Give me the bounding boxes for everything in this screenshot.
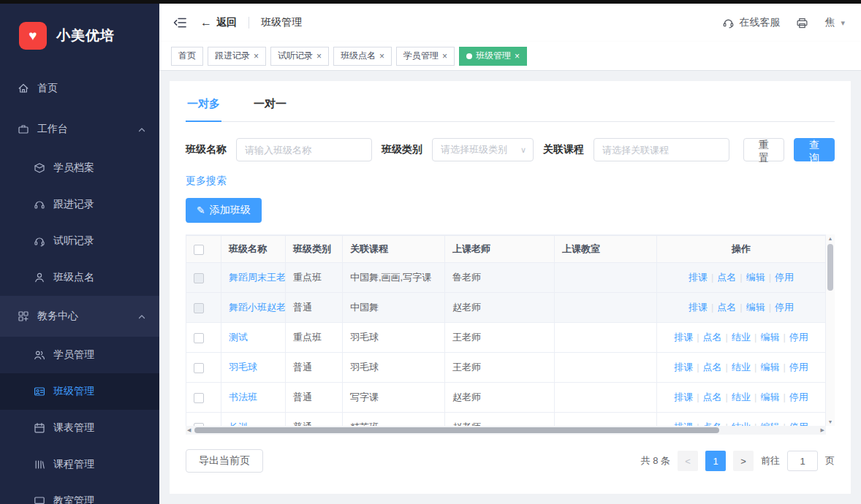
tag-home[interactable]: 首页 bbox=[171, 47, 203, 66]
action-schedule[interactable]: 排课 bbox=[674, 392, 693, 402]
row-checkbox[interactable] bbox=[194, 363, 204, 373]
action-disable[interactable]: 停用 bbox=[789, 332, 808, 343]
current-page-button[interactable]: 1 bbox=[705, 451, 726, 471]
select-all-checkbox[interactable] bbox=[194, 245, 204, 255]
scroll-up-icon[interactable]: ▲ bbox=[826, 236, 835, 241]
action-disable[interactable]: 停用 bbox=[775, 302, 794, 313]
mode-tabs: 一对多 一对一 bbox=[186, 94, 835, 122]
action-rollcall[interactable]: 点名 bbox=[717, 272, 736, 283]
sidebar-item-label: 班级管理 bbox=[53, 385, 94, 398]
horizontal-scrollbar-thumb[interactable] bbox=[194, 427, 719, 433]
printer-icon[interactable] bbox=[796, 17, 808, 29]
action-schedule[interactable]: 排课 bbox=[689, 302, 708, 313]
action-rollcall[interactable]: 点名 bbox=[703, 362, 722, 373]
back-label: 返回 bbox=[216, 16, 237, 29]
tag-class-management[interactable]: 班级管理× bbox=[459, 47, 527, 66]
close-icon[interactable]: × bbox=[254, 51, 259, 61]
add-class-button[interactable]: ✎ 添加班级 bbox=[186, 198, 262, 223]
sidebar-item-trial-records[interactable]: 试听记录 bbox=[0, 223, 159, 259]
class-name-input[interactable] bbox=[236, 138, 372, 161]
vertical-scrollbar-thumb[interactable] bbox=[827, 244, 833, 291]
divider bbox=[249, 17, 249, 28]
action-graduate[interactable]: 结业 bbox=[732, 362, 751, 373]
back-button[interactable]: ← 返回 bbox=[200, 16, 237, 29]
action-graduate[interactable]: 结业 bbox=[732, 392, 751, 402]
online-support-button[interactable]: 在线客服 bbox=[722, 16, 780, 29]
tab-one-to-one[interactable]: 一对一 bbox=[252, 94, 288, 121]
sidebar-item-academic-center[interactable]: 教务中心 bbox=[0, 296, 159, 337]
scroll-down-icon[interactable]: ▼ bbox=[826, 419, 835, 424]
tags-bar: 首页 跟进记录× 试听记录× 班级点名× 学员管理× 班级管理× bbox=[159, 42, 861, 71]
action-rollcall[interactable]: 点名 bbox=[703, 392, 722, 402]
prev-page-button[interactable]: < bbox=[678, 451, 698, 471]
action-edit[interactable]: 编辑 bbox=[760, 332, 779, 343]
related-course-input[interactable] bbox=[593, 138, 729, 161]
reset-button[interactable]: 重置 bbox=[743, 138, 784, 161]
tag-class-rollcall[interactable]: 班级点名× bbox=[333, 47, 392, 66]
row-checkbox[interactable] bbox=[194, 393, 204, 403]
action-disable[interactable]: 停用 bbox=[775, 272, 794, 283]
action-edit[interactable]: 编辑 bbox=[760, 392, 779, 402]
close-icon[interactable]: × bbox=[379, 51, 384, 61]
table-row: 测试 重点班 羽毛球 王老师 排课|点名|结业|编辑|停用 bbox=[186, 323, 826, 353]
export-page-button[interactable]: 导出当前页 bbox=[186, 449, 263, 473]
class-name-link[interactable]: 书法班 bbox=[229, 392, 257, 402]
action-graduate[interactable]: 结业 bbox=[732, 332, 751, 343]
class-name-link[interactable]: 羽毛球 bbox=[229, 362, 257, 373]
sidebar-item-label: 学员管理 bbox=[53, 348, 94, 362]
pencil-icon: ✎ bbox=[197, 205, 205, 216]
sidebar-item-student-archive[interactable]: 学员档案 bbox=[0, 150, 159, 186]
goto-unit: 页 bbox=[825, 454, 835, 467]
tag-student-management[interactable]: 学员管理× bbox=[396, 47, 455, 66]
class-type-select[interactable]: 请选择班级类别 ∨ bbox=[432, 138, 534, 161]
class-name-link[interactable]: 测试 bbox=[229, 332, 248, 343]
action-rollcall[interactable]: 点名 bbox=[703, 332, 722, 343]
sidebar-item-class-management[interactable]: 班级管理 bbox=[0, 373, 159, 410]
close-icon[interactable]: × bbox=[515, 51, 520, 61]
sidebar-item-student-management[interactable]: 学员管理 bbox=[0, 337, 159, 373]
action-disable[interactable]: 停用 bbox=[789, 392, 808, 402]
action-edit[interactable]: 编辑 bbox=[746, 302, 765, 313]
vertical-scrollbar[interactable]: ▲ ▼ bbox=[826, 234, 835, 426]
close-icon[interactable]: × bbox=[442, 51, 447, 61]
scroll-left-icon[interactable]: ◀ bbox=[187, 426, 191, 435]
action-schedule[interactable]: 排课 bbox=[674, 362, 693, 373]
action-schedule[interactable]: 排课 bbox=[689, 272, 708, 283]
content-area: 一对多 一对一 班级名称 班级类别 请选择班级类别 ∨ 关联课程 重置 bbox=[159, 71, 861, 504]
tag-trial-records[interactable]: 试听记录× bbox=[270, 47, 329, 66]
close-icon[interactable]: × bbox=[316, 51, 322, 61]
tab-one-to-many[interactable]: 一对多 bbox=[186, 94, 221, 122]
user-name: 焦 bbox=[824, 16, 835, 29]
action-edit[interactable]: 编辑 bbox=[760, 362, 779, 373]
sidebar-item-home[interactable]: 首页 bbox=[0, 68, 159, 109]
sidebar-item-followup-records[interactable]: 跟进记录 bbox=[0, 186, 159, 223]
col-classroom: 上课教室 bbox=[555, 236, 657, 263]
app-title: 小美优培 bbox=[56, 26, 115, 45]
filter-row: 班级名称 班级类别 请选择班级类别 ∨ 关联课程 重置 查询 bbox=[186, 138, 835, 161]
collapse-sidebar-icon[interactable] bbox=[172, 15, 187, 30]
action-rollcall[interactable]: 点名 bbox=[717, 302, 736, 313]
tag-followup-records[interactable]: 跟进记录× bbox=[208, 47, 266, 66]
action-schedule[interactable]: 排课 bbox=[674, 332, 693, 343]
user-menu[interactable]: 焦 ▾ bbox=[824, 16, 845, 29]
action-disable[interactable]: 停用 bbox=[789, 362, 808, 373]
horizontal-scrollbar[interactable]: ◀ ▶ bbox=[186, 426, 826, 435]
more-search-link[interactable]: 更多搜索 bbox=[186, 175, 227, 188]
class-management-card: 一对多 一对一 班级名称 班级类别 请选择班级类别 ∨ 关联课程 重置 bbox=[170, 81, 851, 494]
sidebar-item-class-rollcall[interactable]: 班级点名 bbox=[0, 259, 159, 296]
row-checkbox[interactable] bbox=[194, 273, 204, 283]
class-name-link[interactable]: 舞蹈小班赵老... bbox=[229, 302, 286, 313]
sidebar-item-course-management[interactable]: 课程管理 bbox=[0, 446, 159, 483]
sidebar-item-workbench[interactable]: 工作台 bbox=[0, 109, 159, 150]
action-edit[interactable]: 编辑 bbox=[746, 272, 765, 283]
sidebar-item-schedule-management[interactable]: 课表管理 bbox=[0, 410, 159, 446]
support-headset-icon bbox=[722, 17, 735, 29]
next-page-button[interactable]: > bbox=[733, 451, 754, 471]
scroll-right-icon[interactable]: ▶ bbox=[821, 426, 824, 435]
goto-page-input[interactable] bbox=[787, 451, 818, 471]
row-checkbox[interactable] bbox=[194, 303, 204, 313]
class-name-link[interactable]: 舞蹈周末王老... bbox=[229, 272, 286, 283]
search-button[interactable]: 查询 bbox=[794, 138, 835, 161]
row-checkbox[interactable] bbox=[194, 333, 204, 343]
sidebar-item-classroom-management[interactable]: 教室管理 bbox=[0, 483, 159, 504]
